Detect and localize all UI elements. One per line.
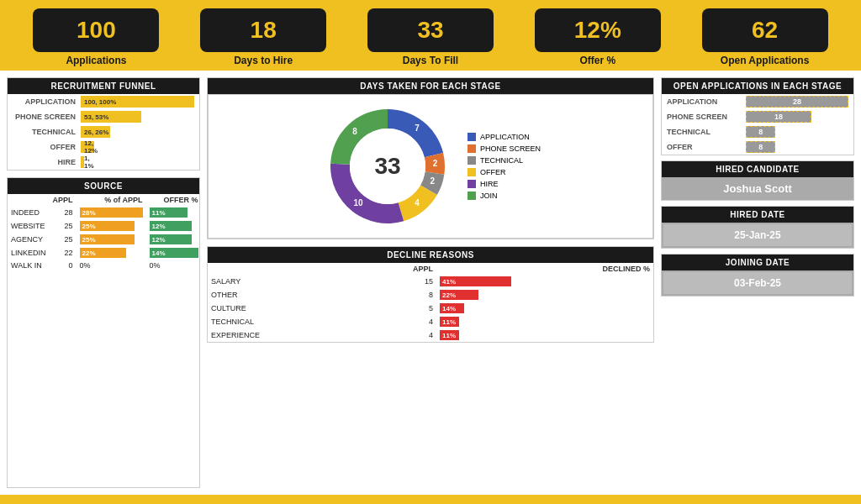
donut-segment-label: 10: [353, 198, 363, 207]
decline-reason: CULTURE: [208, 302, 362, 315]
source-name: WALK IN: [8, 260, 50, 271]
decline-reason: TECHNICAL: [208, 315, 362, 328]
open-apps-label: APPLICATION: [667, 97, 742, 106]
hired-candidate-name: Joshua Scott: [662, 177, 853, 200]
kpi-label-offer-pct: Offer %: [579, 55, 615, 66]
decline-appl: 5: [362, 302, 436, 315]
donut-segment-label: 8: [352, 127, 357, 136]
funnel-row: TECHNICAL26, 26%: [8, 124, 199, 139]
legend-color: [467, 156, 476, 165]
decline-row: SALARY1541%: [208, 275, 653, 288]
donut-section: DAYS TAKEN FOR EACH STAGE 7224108 33 APP…: [207, 77, 654, 239]
donut-header: DAYS TAKEN FOR EACH STAGE: [208, 78, 653, 94]
open-apps-section: OPEN APPLICATIONS IN EACH STAGE APPLICAT…: [661, 77, 854, 155]
source-row: AGENCY2525%12%: [8, 233, 202, 246]
kpi-wrap-days-to-hire: 18Days to Hire: [200, 8, 326, 66]
decline-col-header: APPL: [362, 263, 436, 275]
legend-color: [467, 133, 476, 141]
kpi-card-days-to-hire: 18: [200, 8, 326, 52]
kpi-wrap-days-to-fill: 33Days To Fill: [367, 8, 494, 66]
source-section: SOURCE APPL% of APPLOFFER %INDEED2828%11…: [7, 177, 200, 488]
kpi-wrap-open-apps: 62Open Applications: [702, 8, 828, 66]
funnel-bar-wrap: 1, 1%: [81, 156, 194, 168]
source-offer-pct: 14%: [146, 246, 202, 260]
hired-date-section: HIRED DATE 25-Jan-25: [661, 206, 854, 249]
kpi-value-offer-pct: 12%: [552, 17, 644, 44]
legend-label: PHONE SCREEN: [480, 144, 541, 153]
funnel-row: HIRE1, 1%: [8, 155, 199, 170]
donut-segment-label: 2: [430, 176, 436, 186]
funnel-bar: 26, 26%: [81, 126, 110, 138]
donut-center-value: 33: [374, 153, 400, 180]
open-apps-rows: APPLICATION28PHONE SCREEN18TECHNICAL8OFF…: [662, 94, 853, 155]
source-name: AGENCY: [8, 233, 50, 246]
funnel-row: OFFER12, 12%: [8, 139, 199, 155]
open-apps-label: OFFER: [667, 143, 742, 151]
source-row: WALK IN00%0%: [8, 260, 202, 271]
source-appl-pct: 22%: [77, 246, 146, 260]
open-apps-row: OFFER8: [662, 139, 853, 155]
funnel-bar-wrap: 53, 53%: [81, 111, 194, 123]
open-apps-bar: 8: [746, 126, 775, 138]
funnel-row-label: HIRE: [13, 158, 76, 166]
kpi-wrap-applications: 100Applications: [33, 8, 159, 66]
legend-label: APPLICATION: [480, 133, 530, 141]
decline-pct: 22%: [436, 288, 653, 302]
decline-reason: SALARY: [208, 275, 362, 288]
source-row: WEBSITE2525%12%: [8, 219, 202, 233]
source-appl-bar: 25%: [80, 234, 135, 244]
hired-candidate-section: HIRED CANDIDATE Joshua Scott: [661, 160, 854, 201]
funnel-bar-wrap: 100, 100%: [81, 96, 194, 108]
decline-pct: 14%: [436, 302, 653, 315]
funnel-row-label: TECHNICAL: [13, 128, 76, 136]
legend-color: [467, 192, 476, 200]
decline-col-header: [208, 263, 362, 275]
decline-bar: 41%: [440, 276, 511, 286]
decline-bar: 11%: [440, 317, 459, 327]
kpi-value-days-to-hire: 18: [217, 17, 309, 44]
funnel-row: APPLICATION100, 100%: [8, 94, 199, 109]
open-apps-bar: 8: [746, 141, 775, 153]
source-offer-bar: 12%: [150, 234, 192, 244]
decline-reason: OTHER: [208, 288, 362, 302]
legend-item: TECHNICAL: [467, 156, 541, 165]
kpi-label-days-to-fill: Days To Fill: [403, 55, 458, 66]
funnel-bar-wrap: 12, 12%: [81, 141, 194, 153]
source-header: SOURCE: [8, 178, 199, 194]
funnel-bar-wrap: 26, 26%: [81, 126, 194, 138]
kpi-card-applications: 100: [33, 8, 159, 52]
joining-date-section: JOINING DATE 03-Feb-25: [661, 254, 854, 297]
legend-item: PHONE SCREEN: [467, 144, 541, 153]
kpi-bar: 100Applications18Days to Hire33Days To F…: [0, 0, 861, 71]
source-appl: 28: [50, 206, 77, 219]
decline-section: DECLINE REASONS APPLDECLINED %SALARY1541…: [207, 246, 654, 343]
open-apps-bar-wrap: 28: [746, 96, 848, 108]
hired-date-header: HIRED DATE: [662, 207, 853, 223]
source-name: LINKEDIN: [8, 246, 50, 260]
open-apps-bar-wrap: 8: [746, 126, 848, 138]
legend-label: OFFER: [480, 168, 506, 176]
decline-bar: 22%: [440, 290, 478, 300]
decline-pct: 11%: [436, 315, 653, 328]
decline-table: APPLDECLINED %SALARY1541%OTHER822%CULTUR…: [208, 263, 653, 342]
funnel-rows: APPLICATION100, 100%PHONE SCREEN53, 53%T…: [8, 94, 199, 170]
kpi-card-open-apps: 62: [702, 8, 828, 52]
open-apps-label: PHONE SCREEN: [667, 113, 742, 121]
hired-date-value: 25-Jan-25: [662, 223, 853, 248]
source-appl-pct: 25%: [77, 233, 146, 246]
source-appl-bar: 25%: [80, 221, 135, 231]
decline-bar: 14%: [440, 303, 464, 313]
kpi-card-offer-pct: 12%: [535, 8, 661, 52]
source-offer-pct: 12%: [146, 233, 202, 246]
decline-table-wrap: APPLDECLINED %SALARY1541%OTHER822%CULTUR…: [208, 263, 653, 342]
source-appl-bar: 28%: [80, 207, 143, 218]
source-appl: 22: [50, 246, 77, 260]
open-apps-bar: 18: [746, 111, 811, 123]
open-apps-bar-wrap: 8: [746, 141, 848, 153]
decline-col-header: DECLINED %: [436, 263, 653, 275]
funnel-section: RECRUITMENT FUNNEL APPLICATION100, 100%P…: [7, 77, 200, 171]
source-offer-pct: 0%: [146, 260, 202, 271]
joining-date-header: JOINING DATE: [662, 255, 853, 270]
source-appl-pct: 0%: [77, 260, 146, 271]
mid-column: DAYS TAKEN FOR EACH STAGE 7224108 33 APP…: [207, 77, 654, 488]
